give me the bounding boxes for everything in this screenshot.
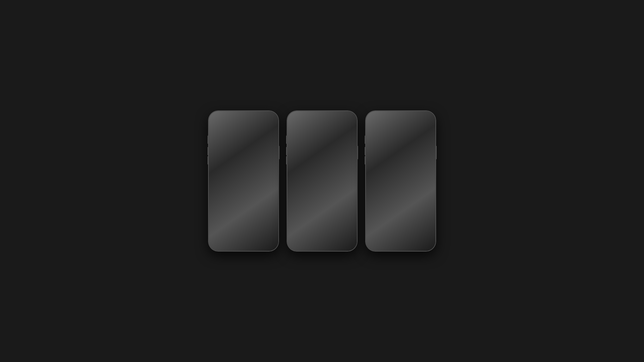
- add-nav-button[interactable]: [396, 243, 405, 249]
- svg-point-17: [348, 245, 349, 247]
- profile-info: #coldplay 3,122,493 posts: [210, 134, 276, 144]
- svg-point-9: [344, 119, 345, 119]
- back-button[interactable]: [292, 125, 297, 129]
- related-tag[interactable]: #thescientist: [242, 152, 255, 155]
- search-nav-button[interactable]: [383, 243, 392, 249]
- related-label: Related:: [213, 152, 222, 155]
- back-button[interactable]: [214, 125, 219, 129]
- grid-item[interactable]: ▶: [255, 184, 276, 206]
- related-tag[interactable]: #iphonephotog...: [333, 153, 350, 155]
- profile-avatar-wrapper: IMG #: [238, 121, 249, 132]
- hashtag-name: #coldplay: [214, 135, 273, 139]
- related-tag[interactable]: #ny: [403, 152, 407, 155]
- grid-item[interactable]: [289, 185, 311, 206]
- recent-item[interactable]: [255, 233, 276, 242]
- related-tag[interactable]: #...: [420, 152, 423, 155]
- grid-item[interactable]: [210, 207, 232, 228]
- grid-item[interactable]: [311, 185, 333, 206]
- status-icons: [260, 117, 273, 119]
- recent-item[interactable]: [368, 233, 389, 242]
- most-recent-count: 3,122,493 posts: [258, 230, 274, 232]
- follow-button[interactable]: Follow: [382, 145, 419, 150]
- grid-item[interactable]: [412, 162, 434, 184]
- screen-content: 11:39: [210, 113, 276, 249]
- profile-nav-button[interactable]: [266, 243, 274, 249]
- related-tags: Related: #newyork #newyorkcity #ny #manh…: [368, 152, 434, 156]
- wifi-icon: [422, 117, 425, 119]
- search-nav-button[interactable]: [226, 243, 234, 249]
- related-tag[interactable]: #aheadfullofdreams: [222, 152, 242, 155]
- grid-item[interactable]: ▶: [232, 184, 254, 206]
- profile-nav-button[interactable]: [344, 244, 353, 249]
- follow-button[interactable]: Following: [304, 145, 341, 151]
- post-count: 88,560,290 posts: [371, 139, 430, 142]
- home-nav-button[interactable]: [292, 244, 300, 249]
- grid-item[interactable]: [412, 207, 434, 228]
- send-button[interactable]: [426, 124, 430, 130]
- grid-item[interactable]: ▶: [255, 162, 276, 184]
- phone-screen: 11:39: [289, 113, 355, 249]
- notch-camera: [328, 115, 330, 116]
- recent-item[interactable]: [311, 234, 333, 242]
- recent-item[interactable]: [210, 233, 232, 242]
- home-nav-button[interactable]: [213, 243, 221, 249]
- search-nav-button[interactable]: [305, 244, 313, 249]
- related-tag[interactable]: #newyorkcity: [390, 152, 403, 155]
- grid-item[interactable]: [368, 207, 389, 228]
- recent-item[interactable]: [232, 233, 254, 242]
- send-button[interactable]: [269, 124, 273, 130]
- likes-nav-button[interactable]: [410, 243, 418, 249]
- likes-nav-button[interactable]: [331, 244, 340, 249]
- related-tag[interactable]: #shotoniphone6: [300, 153, 317, 155]
- grid-item[interactable]: [311, 207, 333, 229]
- recent-item[interactable]: [289, 234, 311, 242]
- grid-item[interactable]: ▶: [210, 184, 232, 206]
- post-count: 2,091,196 posts: [292, 139, 352, 142]
- grid-item[interactable]: [412, 184, 434, 206]
- add-nav-button[interactable]: [318, 244, 326, 249]
- grid-item[interactable]: [333, 185, 355, 206]
- most-recent-header: MOST RECENT 88,560,290 posts: [368, 228, 434, 233]
- home-nav-button[interactable]: [370, 243, 378, 249]
- grid-item[interactable]: [368, 184, 389, 206]
- grid-item[interactable]: ▶: [255, 207, 276, 228]
- top-posts-grid: ▶: [368, 162, 434, 228]
- grid-item[interactable]: [390, 162, 412, 184]
- back-button[interactable]: [371, 125, 376, 129]
- grid-item[interactable]: [232, 207, 254, 228]
- grid-item[interactable]: [333, 207, 355, 229]
- related-tag[interactable]: #askyfullofsta...: [256, 152, 272, 155]
- add-nav-button[interactable]: [240, 243, 248, 249]
- wifi-icon: [344, 117, 346, 119]
- related-tag[interactable]: #manhattan: [408, 152, 420, 155]
- notch-speaker: [236, 115, 247, 116]
- recent-item[interactable]: [412, 233, 434, 242]
- likes-nav-button[interactable]: [253, 243, 261, 249]
- grid-item[interactable]: [289, 163, 311, 184]
- grid-item[interactable]: [390, 207, 412, 228]
- top-posts-grid: ▶: [289, 163, 355, 229]
- grid-item[interactable]: [390, 184, 412, 206]
- related-tag[interactable]: #newyork: [379, 152, 389, 155]
- recent-item[interactable]: [390, 233, 412, 242]
- related-tag[interactable]: #iphonography: [317, 153, 332, 155]
- most-recent-label: MOST RECENT: [292, 230, 309, 233]
- grid-item[interactable]: ▶: [210, 162, 232, 184]
- bottom-nav: [368, 242, 434, 249]
- follow-button[interactable]: Follow: [225, 145, 262, 150]
- profile-info: #nyc 88,560,290 posts: [368, 134, 434, 144]
- send-button[interactable]: [348, 124, 352, 130]
- grid-item[interactable]: [311, 163, 333, 184]
- recent-item[interactable]: [333, 234, 355, 242]
- grid-item[interactable]: ▶: [289, 207, 311, 229]
- related-tags: Related: #shotoniphone6 #iphonography #i…: [289, 152, 355, 157]
- profile-nav-button[interactable]: [423, 243, 431, 249]
- notch: [387, 113, 414, 118]
- video-indicator: ▶: [230, 163, 231, 166]
- status-icons: [416, 117, 430, 119]
- grid-item[interactable]: ▶: [368, 162, 389, 184]
- grid-item[interactable]: [333, 163, 355, 184]
- phone-coldplay: 11:39: [208, 111, 279, 251]
- video-indicator: ▶: [252, 185, 254, 188]
- grid-item[interactable]: ▶: [232, 162, 254, 184]
